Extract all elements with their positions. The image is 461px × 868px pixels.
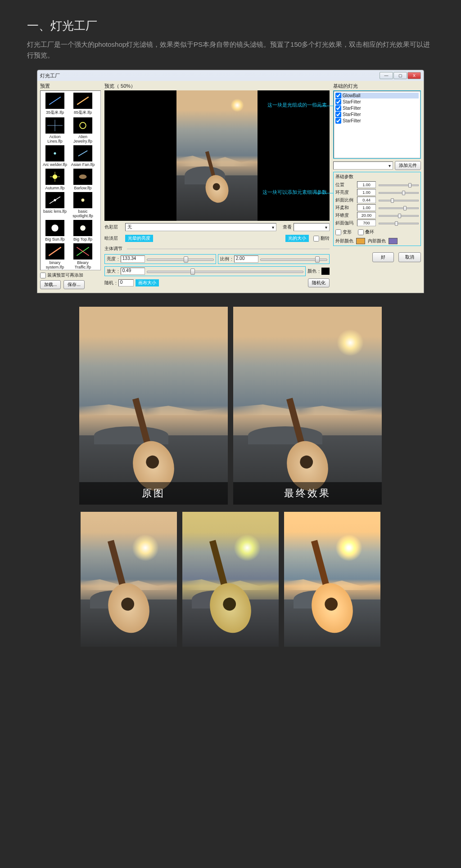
param-slider[interactable] xyxy=(379,182,419,188)
preset-name: Big Sun.lfp xyxy=(42,237,68,242)
param-slider[interactable] xyxy=(379,212,419,219)
ratio-slider[interactable] xyxy=(260,256,327,262)
load-button[interactable]: 加载... xyxy=(40,280,61,289)
zoom-label: 放大 xyxy=(107,268,116,274)
element-type-dropdown[interactable] xyxy=(333,161,393,170)
flip-checkbox[interactable]: 翻转 xyxy=(313,235,330,242)
brightness-input[interactable]: 133.34 xyxy=(121,255,145,263)
add-element-button[interactable]: 添加元件 xyxy=(395,161,421,170)
randomize-button[interactable]: 随机化 xyxy=(308,278,330,287)
light-item-checkbox[interactable] xyxy=(335,105,341,111)
variant-2 xyxy=(182,512,279,647)
presets-list[interactable]: 35毫米.lfp85毫米.lfpAction Lines.lfpAlien Je… xyxy=(40,90,101,270)
preset-item[interactable]: Bleary Traffic.lfp xyxy=(70,243,95,269)
base-lights-label: 基础的灯光 xyxy=(333,83,421,89)
inner-color-swatch[interactable] xyxy=(389,238,398,244)
param-label: 斜面伽玛 xyxy=(335,220,357,226)
svg-line-1 xyxy=(77,97,89,105)
param-label: 位置 xyxy=(335,182,357,188)
light-item[interactable]: GlowBall xyxy=(335,93,419,98)
preset-item[interactable]: Asian Fan.lfp xyxy=(70,145,95,167)
light-item[interactable]: StarFilter xyxy=(335,99,419,105)
minimize-button[interactable]: — xyxy=(380,72,393,79)
close-button[interactable]: X xyxy=(407,72,421,79)
preset-thumb-icon xyxy=(45,145,64,161)
param-value[interactable]: 1.00 xyxy=(357,204,376,211)
base-lights-list[interactable]: GlowBallStarFilterStarFilterStarFilterSt… xyxy=(334,91,420,158)
preset-item[interactable]: Autumn.lfp xyxy=(42,169,68,190)
param-slider[interactable] xyxy=(379,220,419,226)
maximize-button[interactable]: ▢ xyxy=(393,72,407,79)
preset-item[interactable]: basic spotlight.lfp xyxy=(70,192,95,218)
color-swatch[interactable] xyxy=(321,268,330,275)
preset-item[interactable]: Big Top.lfp xyxy=(70,220,95,242)
param-label: 环柔和 xyxy=(335,205,357,211)
preset-item[interactable]: Arc welder.lfp xyxy=(42,145,68,167)
fill-presets-checkbox[interactable]: 装满预置可再添加 xyxy=(40,272,101,278)
light-item-label: StarFilter xyxy=(343,118,361,123)
light-item-checkbox[interactable] xyxy=(335,93,341,98)
light-item-checkbox[interactable] xyxy=(335,118,341,124)
light-item-checkbox[interactable] xyxy=(335,99,341,105)
zoom-input[interactable]: 0.49 xyxy=(121,268,145,275)
light-item-label: StarFilter xyxy=(343,112,361,117)
preset-item[interactable]: Big Sun.lfp xyxy=(42,220,68,242)
param-value[interactable]: 20.00 xyxy=(357,212,376,219)
inner-color-label: 内部颜色 xyxy=(368,238,386,244)
preset-item[interactable]: Barlow.lfp xyxy=(70,169,95,190)
view-label: 查看 xyxy=(278,224,292,230)
color-layer-dropdown[interactable]: 无 xyxy=(125,223,276,231)
param-slider[interactable] xyxy=(379,197,419,203)
param-label: 环锥度 xyxy=(335,212,357,219)
light-item-label: StarFilter xyxy=(343,106,361,111)
param-value[interactable]: 1.00 xyxy=(357,181,376,188)
preset-item[interactable]: basic lens.lfp xyxy=(42,192,68,218)
preset-item[interactable]: Alien Jewelry.lfp xyxy=(70,117,95,143)
light-item[interactable]: StarFilter xyxy=(335,105,419,111)
preset-item[interactable]: 85毫米.lfp xyxy=(70,93,95,116)
param-label: 环亮度 xyxy=(335,189,357,196)
view-dropdown[interactable] xyxy=(294,223,330,231)
svg-point-13 xyxy=(81,199,85,202)
ratio-input[interactable]: 2.00 xyxy=(234,255,258,263)
color-layer-label: 色彩层 xyxy=(104,224,123,230)
save-button[interactable]: 保存... xyxy=(63,280,84,289)
param-row: 斜面伽玛700 xyxy=(335,219,419,226)
preset-thumb-icon xyxy=(73,93,92,109)
brightness-slider[interactable] xyxy=(147,256,214,262)
cancel-button[interactable]: 取消 xyxy=(398,252,421,262)
svg-line-6 xyxy=(78,151,87,156)
preset-name: basic spotlight.lfp xyxy=(70,209,95,218)
param-value[interactable]: 1.00 xyxy=(357,189,376,196)
svg-point-15 xyxy=(80,225,86,231)
zoom-slider[interactable] xyxy=(147,268,303,274)
preset-thumb-icon xyxy=(45,117,64,134)
light-item[interactable]: StarFilter xyxy=(335,112,419,117)
preset-name: Action Lines.lfp xyxy=(42,134,68,143)
ok-button[interactable]: 好 xyxy=(372,252,394,262)
preview-canvas[interactable]: 这一块是光组成的一些元素 这一块可以添加元素细调参数 xyxy=(104,90,330,221)
original-label: 原图 xyxy=(79,482,228,505)
outer-color-swatch[interactable] xyxy=(356,238,365,244)
deform-checkbox[interactable]: 变形 xyxy=(335,229,352,235)
svg-point-12 xyxy=(54,199,56,201)
light-item[interactable]: StarFilter xyxy=(335,118,419,124)
param-slider[interactable] xyxy=(379,189,419,196)
param-row: 环锥度20.00 xyxy=(335,212,419,219)
light-item-checkbox[interactable] xyxy=(335,112,341,117)
param-label: 斜面比例 xyxy=(335,197,357,203)
param-slider[interactable] xyxy=(379,205,419,211)
preset-item[interactable]: Action Lines.lfp xyxy=(42,117,68,143)
random-input[interactable]: 0 xyxy=(118,279,134,286)
param-value[interactable]: 0.44 xyxy=(357,197,376,203)
svg-point-4 xyxy=(80,122,86,129)
titlebar[interactable]: 灯光工厂 — ▢ X xyxy=(37,70,424,81)
preset-item[interactable]: 35毫米.lfp xyxy=(42,93,68,116)
preset-name: basic lens.lfp xyxy=(42,209,68,214)
param-value[interactable]: 700 xyxy=(357,219,376,226)
ring-checkbox[interactable]: 叠环 xyxy=(358,229,374,235)
preset-item[interactable]: binary system.lfp xyxy=(42,243,68,269)
svg-point-5 xyxy=(54,152,56,154)
svg-point-10 xyxy=(79,174,87,179)
base-params-label: 基础参数 xyxy=(335,174,419,180)
